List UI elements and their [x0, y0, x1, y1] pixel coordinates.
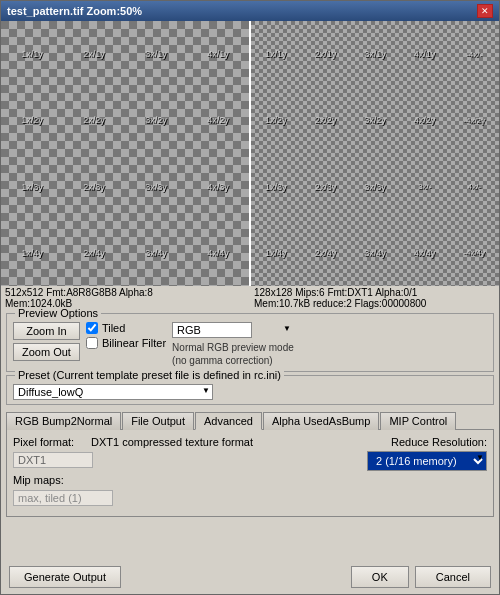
close-button[interactable]: ✕ [477, 4, 493, 18]
grid-cell: 3x/- [400, 154, 450, 220]
grid-cell: 2x/1y [63, 21, 125, 87]
tab-file-output[interactable]: File Output [122, 412, 194, 430]
bilinear-label: Bilinear Filter [102, 337, 166, 349]
bilinear-checkbox[interactable] [86, 337, 98, 349]
grid-cell: 4x/2y [187, 87, 249, 153]
preview-right-canvas: 1x/1y 2x/1y 3x/1y 4x/1y -4x/- 1x/2y 2x/2… [251, 21, 499, 286]
grid-cell: -4x/4y [449, 220, 499, 286]
color-mode-select[interactable]: RGB RGBA Alpha Red Green Blue [172, 322, 252, 338]
window-title: test_pattern.tif Zoom:50% [7, 5, 142, 17]
main-window: test_pattern.tif Zoom:50% ✕ 1x/1y 2x/1y … [0, 0, 500, 595]
grid-cell: 2x/4y [63, 220, 125, 286]
tab-advanced[interactable]: Advanced [195, 412, 262, 430]
title-bar: test_pattern.tif Zoom:50% ✕ [1, 1, 499, 21]
right-buttons-group: OK Cancel [345, 566, 491, 588]
grid-cell: -4x/2y [449, 87, 499, 153]
preset-select-wrapper[interactable]: Diffuse_lowQ Diffuse_highQ Normal Specul… [13, 384, 213, 400]
grid-cell: 3x/1y [125, 21, 187, 87]
tiled-label: Tiled [102, 322, 125, 334]
grid-cell: 2x/2y [63, 87, 125, 153]
grid-cell: 4x/4y [400, 220, 450, 286]
grid-cell: 2x/1y [301, 21, 351, 87]
grid-cell: 3x/4y [125, 220, 187, 286]
grid-cell: 1x/1y [1, 21, 63, 87]
tabs-container: RGB Bump2Normal File Output Advanced Alp… [6, 411, 494, 430]
grid-cell: 3x/2y [125, 87, 187, 153]
grid-cell: 1x/4y [1, 220, 63, 286]
preview-right: 1x/1y 2x/1y 3x/1y 4x/1y -4x/- 1x/2y 2x/2… [251, 21, 499, 286]
ok-button[interactable]: OK [351, 566, 409, 588]
grid-cell: 3x/1y [350, 21, 400, 87]
preset-title: Preset (Current template preset file is … [15, 369, 284, 381]
tab-rgb-bump2normal[interactable]: RGB Bump2Normal [6, 412, 121, 430]
grid-cell: 1x/2y [251, 87, 301, 153]
grid-cell: 2x/3y [301, 154, 351, 220]
cancel-button[interactable]: Cancel [415, 566, 491, 588]
mip-maps-label: Mip maps: [13, 474, 83, 486]
preset-select[interactable]: Diffuse_lowQ Diffuse_highQ Normal Specul… [13, 384, 213, 400]
grid-cell: -4x/- [449, 21, 499, 87]
zoom-in-button[interactable]: Zoom In [13, 322, 80, 340]
preview-mode-desc: Normal RGB preview mode (no gamma correc… [172, 341, 294, 367]
grid-cell: 1x/1y [251, 21, 301, 87]
preview-left-canvas: 1x/1y 2x/1y 3x/1y 4x/1y 1x/2y 2x/2y 3x/2… [1, 21, 249, 286]
color-mode-wrapper[interactable]: RGB RGBA Alpha Red Green Blue [172, 322, 294, 338]
grid-cell: 4x/1y [400, 21, 450, 87]
tabs-list: RGB Bump2Normal File Output Advanced Alp… [6, 411, 494, 430]
grid-cell: 4x/1y [187, 21, 249, 87]
tiled-checkbox[interactable] [86, 322, 98, 334]
grid-cell: 4x/- [449, 154, 499, 220]
preview-options-title: Preview Options [15, 307, 101, 319]
preview-left: 1x/1y 2x/1y 3x/1y 4x/1y 1x/2y 2x/2y 3x/2… [1, 21, 251, 286]
grid-cell: 3x/3y [350, 154, 400, 220]
grid-cell: 1x/3y [1, 154, 63, 220]
grid-cell: 1x/2y [1, 87, 63, 153]
pixel-format-desc: DXT1 compressed texture format [91, 436, 253, 448]
preview-options-section: Preview Options Zoom In Zoom Out Tiled B… [6, 313, 494, 372]
mip-maps-value: max, tiled (1) [13, 490, 113, 506]
pixel-format-label: Pixel format: [13, 436, 83, 448]
reduce-res-select[interactable]: none 1 (1/4 memory) 2 (1/16 memory) 3 (1… [367, 451, 487, 471]
tab-mip-control[interactable]: MIP Control [380, 412, 456, 430]
mip-maps-row: Mip maps: [13, 474, 253, 486]
grid-cell: 2x/2y [301, 87, 351, 153]
grid-cell: 3x/4y [350, 220, 400, 286]
grid-cell: 2x/4y [301, 220, 351, 286]
grid-cell: 4x/2y [400, 87, 450, 153]
zoom-out-button[interactable]: Zoom Out [13, 343, 80, 361]
tab-alpha-usedasbump[interactable]: Alpha UsedAsBump [263, 412, 379, 430]
preset-section: Preset (Current template preset file is … [6, 375, 494, 405]
pixel-format-value: DXT1 [13, 452, 93, 468]
grid-cell: 3x/3y [125, 154, 187, 220]
reduce-res-wrapper[interactable]: none 1 (1/4 memory) 2 (1/16 memory) 3 (1… [367, 451, 487, 471]
grid-cell: 4x/4y [187, 220, 249, 286]
preview-info-right: 128x128 Mips:6 Fmt:DXT1 Alpha:0/1 Mem:10… [250, 286, 499, 310]
generate-output-button[interactable]: Generate Output [9, 566, 121, 588]
grid-cell: 3x/2y [350, 87, 400, 153]
tiled-checkbox-row: Tiled [86, 322, 166, 334]
grid-cell: 2x/3y [63, 154, 125, 220]
bilinear-checkbox-row: Bilinear Filter [86, 337, 166, 349]
grid-cell: 1x/3y [251, 154, 301, 220]
bottom-buttons: Generate Output OK Cancel [1, 560, 499, 594]
pixel-format-row: Pixel format: DXT1 compressed texture fo… [13, 436, 253, 448]
tab-content-area: Pixel format: DXT1 compressed texture fo… [6, 430, 494, 517]
grid-cell: 1x/4y [251, 220, 301, 286]
grid-cell: 4x/3y [187, 154, 249, 220]
reduce-res-label: Reduce Resolution: [391, 436, 487, 448]
